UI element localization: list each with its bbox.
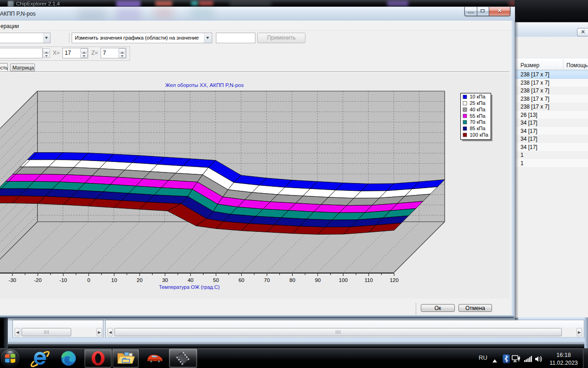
svg-text:0: 0 xyxy=(87,277,90,283)
svg-text:Температура ОЖ (град.C): Температура ОЖ (град.C) xyxy=(159,284,220,290)
svg-text:10 кПа: 10 кПа xyxy=(470,94,486,99)
svg-text:110: 110 xyxy=(364,277,373,283)
svg-text:Жел обороты XX, АКПП P,N-pos: Жел обороты XX, АКПП P,N-pos xyxy=(165,82,244,88)
svg-text:-10: -10 xyxy=(59,277,67,283)
svg-text:70 кПа: 70 кПа xyxy=(470,119,486,125)
svg-text:55 кПа: 55 кПа xyxy=(470,113,486,119)
svg-text:70: 70 xyxy=(264,277,270,283)
svg-text:60: 60 xyxy=(238,277,244,283)
svg-text:50: 50 xyxy=(213,277,219,283)
svg-text:40: 40 xyxy=(187,277,193,283)
svg-text:40 кПа: 40 кПа xyxy=(470,107,486,112)
svg-text:-20: -20 xyxy=(34,277,42,283)
svg-text:25 кПа: 25 кПа xyxy=(470,100,486,106)
svg-text:10: 10 xyxy=(111,277,117,283)
svg-text:80: 80 xyxy=(289,277,295,283)
svg-text:30: 30 xyxy=(162,277,168,283)
svg-text:100 кПа: 100 кПа xyxy=(470,132,489,138)
svg-text:20: 20 xyxy=(137,277,143,283)
svg-text:-30: -30 xyxy=(9,277,17,283)
svg-text:90: 90 xyxy=(315,277,321,283)
svg-text:120: 120 xyxy=(390,277,398,283)
svg-text:85 кПа: 85 кПа xyxy=(470,126,486,131)
svg-text:100: 100 xyxy=(339,277,348,283)
